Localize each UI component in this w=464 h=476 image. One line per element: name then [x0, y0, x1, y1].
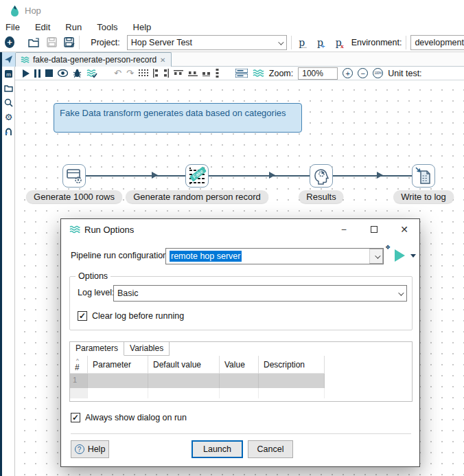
check-pipeline-button[interactable]: [86, 68, 97, 79]
check-icon: ✓: [72, 413, 79, 422]
window-titlebar: Hop: [0, 0, 464, 21]
hop-connector[interactable]: [209, 175, 310, 177]
data-orchestration-perspective-button[interactable]: [2, 52, 15, 67]
transform-label[interactable]: Generate random person record: [126, 190, 268, 203]
col-header-description[interactable]: Description: [259, 356, 325, 374]
launch-button-label: Launch: [203, 444, 231, 454]
snap-to-grid-button[interactable]: [139, 68, 148, 79]
dialog-minimize-button[interactable]: –: [329, 219, 359, 240]
preview-button[interactable]: [58, 68, 68, 79]
distribute-horizontal-button[interactable]: [202, 68, 211, 79]
parameters-table: ^ # Parameter Default value Value Descri…: [70, 356, 412, 401]
environment-combo[interactable]: development: [410, 35, 464, 50]
add-project-button[interactable]: p+: [314, 37, 326, 48]
zoom-reset-button[interactable]: 100%: [373, 68, 383, 78]
dialog-close-button[interactable]: ✕: [389, 219, 419, 240]
main-toolbar: + Project: Hop Server Test p… p+ px Envi…: [0, 33, 464, 52]
pipeline-note[interactable]: Fake Data transform generates data based…: [54, 103, 302, 133]
redo-icon[interactable]: ↷: [126, 68, 134, 78]
metadata-perspective-button[interactable]: m: [2, 67, 15, 81]
help-button[interactable]: ? Help: [71, 440, 109, 458]
dialog-maximize-button[interactable]: [359, 219, 389, 240]
play-options-caret-icon[interactable]: [410, 254, 416, 258]
plus-icon: +: [7, 37, 12, 47]
align-bottom-button[interactable]: [188, 68, 198, 79]
launch-quick-play-button[interactable]: [395, 249, 405, 262]
table-row[interactable]: 1: [70, 374, 325, 388]
tab-pipeline[interactable]: fake-data-generate-person-record ✕: [15, 52, 172, 67]
tab-close-icon[interactable]: ✕: [160, 56, 165, 64]
clear-log-checkbox[interactable]: ✓: [78, 311, 87, 321]
menu-edit[interactable]: Edit: [27, 22, 58, 32]
clear-log-checkrow: ✓ Clear log before running: [78, 311, 184, 321]
transform-results[interactable]: [310, 164, 333, 188]
cancel-button[interactable]: Cancel: [248, 440, 293, 458]
stop-button[interactable]: [45, 68, 53, 79]
log-level-combo[interactable]: Basic: [113, 285, 407, 302]
run-button[interactable]: [22, 68, 30, 79]
hop-arrow-icon: [377, 172, 383, 179]
menu-file[interactable]: File: [0, 22, 27, 32]
svg-text:m: m: [6, 71, 11, 78]
chevron-down-icon[interactable]: [278, 39, 283, 45]
menu-help[interactable]: Help: [126, 22, 159, 32]
col-header-default-value[interactable]: Default value: [148, 356, 220, 374]
col-header-parameter[interactable]: Parameter: [88, 356, 148, 374]
undo-icon[interactable]: ↶: [114, 68, 121, 78]
run-config-label: Pipeline run configuration: [71, 251, 167, 260]
transform-label[interactable]: Results: [299, 190, 343, 203]
align-left-button[interactable]: [153, 68, 159, 79]
save-as-button[interactable]: [64, 37, 75, 48]
show-execution-results-button[interactable]: [235, 68, 248, 79]
save-button[interactable]: [47, 37, 57, 48]
cancel-button-label: Cancel: [257, 444, 284, 454]
always-show-checkbox[interactable]: ✓: [71, 413, 80, 422]
file-explorer-perspective-button[interactable]: [2, 81, 15, 95]
close-icon: ✕: [400, 224, 408, 235]
run-config-combo[interactable]: remote hop server: [165, 248, 384, 264]
tab-parameters[interactable]: Parameters: [70, 342, 124, 356]
col-header-value[interactable]: Value: [220, 356, 259, 374]
neo4j-perspective-button[interactable]: [2, 124, 15, 139]
cell-value[interactable]: [220, 374, 259, 388]
transform-generate-rows[interactable]: [62, 164, 86, 188]
run-config-value: remote hop server: [170, 251, 242, 262]
zoom-in-button[interactable]: +: [343, 68, 353, 78]
transform-fake-data[interactable]: Fake: [185, 164, 209, 188]
chevron-down-icon[interactable]: [398, 290, 404, 295]
zoom-out-button[interactable]: −: [358, 68, 368, 78]
open-file-button[interactable]: [28, 37, 40, 48]
pipeline-waves-icon: [253, 68, 264, 79]
align-top-button[interactable]: [174, 68, 183, 79]
edit-project-button[interactable]: p…: [296, 37, 308, 48]
distribute-vertical-button[interactable]: [216, 68, 219, 79]
hop-connector[interactable]: [86, 175, 185, 177]
metadata-icon: m: [4, 69, 13, 78]
debug-button[interactable]: [73, 68, 82, 79]
dialog-titlebar[interactable]: Run Options – ✕: [61, 219, 419, 240]
delete-project-button[interactable]: px: [333, 37, 345, 48]
transform-write-to-log[interactable]: [412, 164, 435, 188]
col-header-num[interactable]: #: [70, 356, 88, 374]
transform-label[interactable]: Generate 1000 rows: [26, 190, 122, 203]
table-row[interactable]: [70, 388, 325, 398]
plugins-perspective-button[interactable]: ⚙: [2, 110, 15, 124]
zoom-combo[interactable]: 100%: [298, 67, 338, 80]
transform-label[interactable]: Write to log: [393, 190, 454, 203]
align-right-button[interactable]: [163, 68, 169, 79]
project-combo[interactable]: Hop Server Test: [127, 35, 288, 50]
write-to-log-icon: [415, 167, 432, 185]
menu-tools[interactable]: Tools: [89, 22, 125, 32]
cell-description[interactable]: [259, 374, 325, 388]
menu-run[interactable]: Run: [58, 22, 89, 32]
tab-variables[interactable]: Variables: [124, 342, 170, 356]
new-file-button[interactable]: +: [5, 36, 14, 48]
search-perspective-button[interactable]: [2, 95, 15, 110]
cell-default-value[interactable]: [148, 374, 220, 388]
cell-parameter[interactable]: [88, 374, 148, 388]
hop-connector[interactable]: [333, 175, 412, 177]
launch-button[interactable]: Launch: [192, 440, 243, 458]
always-show-checkrow: ✓ Always show dialog on run: [71, 413, 187, 422]
menubar: File Edit Run Tools Help: [0, 21, 464, 33]
pause-button[interactable]: [34, 68, 40, 79]
